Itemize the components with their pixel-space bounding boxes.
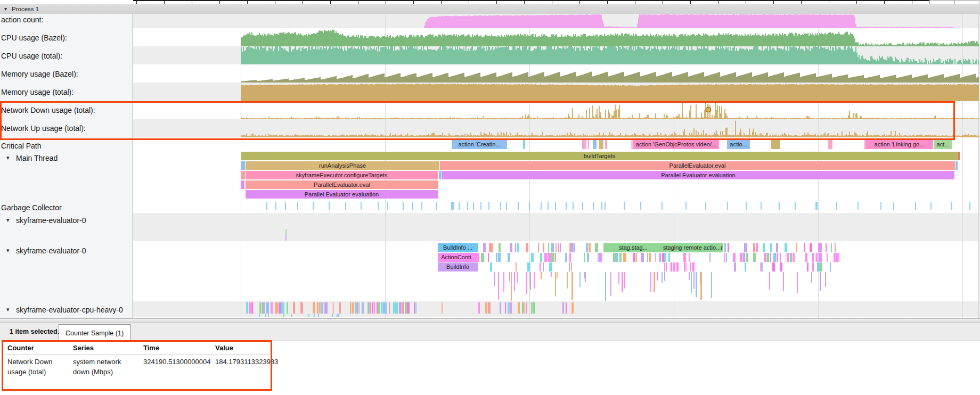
trace-slice[interactable]	[402, 302, 404, 314]
trace-slice-deep[interactable]	[498, 272, 499, 300]
trace-slice[interactable]	[526, 302, 527, 314]
trace-slice[interactable]	[733, 253, 736, 262]
sidebar-track-main-thread[interactable]: ▾Main Thread	[0, 154, 133, 163]
trace-slice[interactable]	[616, 253, 618, 262]
trace-slice-deep[interactable]	[664, 272, 665, 281]
trace-slice[interactable]	[633, 253, 635, 262]
trace-slice[interactable]	[488, 253, 489, 262]
trace-slice[interactable]	[275, 302, 278, 314]
trace-slice[interactable]	[538, 243, 539, 252]
trace-slice[interactable]	[818, 253, 819, 262]
trace-slice[interactable]	[481, 253, 484, 262]
trace-slice[interactable]	[623, 253, 626, 262]
critical-path-span[interactable]: action 'Creatin...	[452, 139, 507, 149]
trace-slice[interactable]	[671, 262, 672, 271]
gc-event-tick[interactable]	[313, 202, 314, 210]
trace-slice-deep[interactable]	[555, 272, 556, 297]
gc-event-tick[interactable]	[601, 202, 602, 210]
trace-slice[interactable]	[599, 253, 602, 262]
gc-event-tick[interactable]	[795, 202, 796, 210]
gc-event-tick[interactable]	[500, 202, 501, 210]
trace-slice[interactable]	[761, 262, 762, 271]
gc-event-tick[interactable]	[555, 202, 556, 210]
trace-slice-deep[interactable]	[610, 272, 611, 296]
sidebar-track-garbage-collector[interactable]: Garbage Collector	[0, 203, 133, 212]
trace-slice[interactable]	[834, 253, 836, 262]
trace-slice[interactable]	[300, 302, 303, 314]
trace-slice[interactable]	[540, 253, 542, 262]
trace-slice[interactable]	[517, 243, 519, 252]
trace-slice[interactable]	[816, 253, 818, 262]
trace-slice[interactable]	[589, 243, 591, 252]
main-thread-span[interactable]: buildTargets	[241, 152, 958, 160]
skyframe-evaluator-0b-span[interactable]: ActionConti...	[438, 253, 479, 262]
trace-slice[interactable]	[753, 253, 756, 262]
gc-event-tick[interactable]	[662, 202, 663, 210]
trace-slice[interactable]	[785, 243, 787, 252]
main-thread-span[interactable]	[958, 152, 960, 160]
trace-slice[interactable]	[369, 302, 370, 314]
tab-counter-sample[interactable]: Counter Sample (1)	[59, 324, 130, 342]
trace-slice[interactable]	[742, 253, 745, 262]
trace-slice[interactable]	[779, 253, 779, 262]
critical-path-span[interactable]	[605, 139, 607, 149]
gc-event-tick[interactable]	[705, 202, 706, 210]
expand-arrow-icon[interactable]: ▾	[6, 154, 10, 161]
trace-slice-sub[interactable]	[338, 314, 339, 317]
trace-slice[interactable]	[442, 302, 443, 314]
trace-slice-deep[interactable]	[551, 272, 552, 277]
trace-slice[interactable]	[531, 253, 534, 262]
gc-event-tick[interactable]	[930, 202, 932, 210]
trace-slice[interactable]	[762, 262, 763, 271]
trace-slice[interactable]	[332, 302, 332, 314]
trace-slice[interactable]	[533, 302, 535, 314]
gc-event-tick[interactable]	[297, 202, 298, 210]
gc-event-tick[interactable]	[685, 202, 687, 210]
trace-slice-deep[interactable]	[511, 272, 512, 301]
trace-slice[interactable]	[352, 302, 354, 314]
expand-arrow-icon[interactable]: ▾	[6, 217, 10, 224]
trace-slice[interactable]	[760, 262, 761, 271]
trace-slice[interactable]	[543, 243, 544, 252]
gc-event-tick[interactable]	[403, 202, 404, 210]
trace-slice[interactable]	[807, 262, 808, 271]
trace-slice[interactable]	[790, 253, 792, 262]
trace-slice[interactable]	[363, 302, 364, 314]
trace-slice[interactable]	[815, 253, 815, 262]
trace-slice[interactable]	[584, 253, 585, 262]
trace-slice[interactable]	[508, 302, 510, 314]
trace-slice[interactable]	[726, 253, 727, 262]
trace-slice-deep[interactable]	[557, 272, 558, 278]
gc-event-tick[interactable]	[779, 202, 780, 210]
trace-slice[interactable]	[683, 253, 686, 262]
trace-slice-deep[interactable]	[825, 272, 826, 287]
trace-slice[interactable]	[793, 253, 795, 262]
gc-event-tick[interactable]	[640, 202, 641, 210]
sidebar-track-critical-path[interactable]: Critical Path	[0, 142, 133, 151]
expand-arrow-icon[interactable]: ▾	[6, 247, 10, 254]
gc-event-tick[interactable]	[421, 202, 422, 210]
gc-event-tick[interactable]	[548, 202, 549, 210]
trace-slice[interactable]	[263, 302, 265, 314]
trace-slice-sub[interactable]	[283, 314, 284, 317]
trace-slice[interactable]	[677, 262, 679, 271]
trace-slice[interactable]	[389, 302, 390, 314]
trace-slice[interactable]	[756, 243, 758, 252]
trace-slice-deep[interactable]	[769, 272, 770, 290]
trace-slice-deep[interactable]	[567, 272, 568, 289]
trace-slice[interactable]	[772, 262, 775, 271]
trace-slice[interactable]	[776, 243, 778, 252]
trace-slice-deep[interactable]	[624, 272, 625, 289]
trace-slice[interactable]	[249, 302, 251, 314]
gc-event-tick[interactable]	[378, 202, 379, 210]
trace-slice[interactable]	[709, 253, 710, 262]
critical-path-span[interactable]: action 'Linking go...	[865, 139, 933, 149]
trace-slice-sub[interactable]	[259, 314, 260, 317]
critical-path-span[interactable]	[582, 139, 584, 149]
trace-slice[interactable]	[562, 302, 564, 314]
trace-slice[interactable]	[796, 243, 797, 252]
gc-event-tick[interactable]	[969, 202, 970, 210]
main-thread-span[interactable]	[956, 161, 958, 170]
trace-slice[interactable]	[673, 262, 675, 271]
gc-event-tick[interactable]	[459, 202, 460, 210]
